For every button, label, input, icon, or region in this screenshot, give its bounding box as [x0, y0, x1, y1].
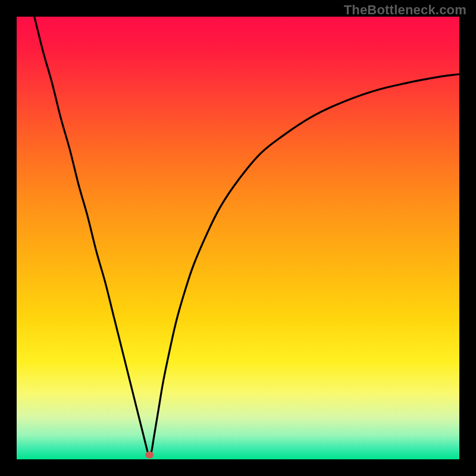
chart-frame: TheBottleneck.com — [0, 0, 476, 476]
gradient-background — [17, 17, 459, 459]
plot-area — [17, 17, 459, 459]
bottleneck-chart — [17, 17, 459, 459]
optimal-point-marker — [145, 452, 154, 459]
watermark-text: TheBottleneck.com — [344, 2, 466, 18]
